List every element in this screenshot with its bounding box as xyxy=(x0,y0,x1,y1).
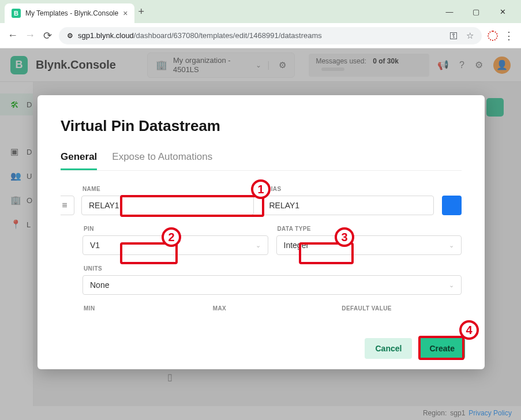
url-host: sgp1.blynk.cloud xyxy=(78,31,134,40)
url-path: /dashboard/637080/templates/edit/1468991… xyxy=(134,31,322,40)
create-button[interactable]: Create xyxy=(419,338,465,359)
max-label: MAX xyxy=(212,305,333,312)
data-type-label: DATA TYPE xyxy=(276,226,462,232)
key-icon[interactable]: ⚿ xyxy=(449,31,458,40)
new-tab-button[interactable]: + xyxy=(138,6,144,18)
datastream-modal: Virtual Pin Datastream General Expose to… xyxy=(38,95,485,369)
minimize-icon[interactable]: — xyxy=(441,7,458,16)
extension-icon[interactable] xyxy=(488,31,498,41)
favicon-icon: B xyxy=(12,9,21,18)
pin-value: V1 xyxy=(90,241,100,250)
modal-title: Virtual Pin Datastream xyxy=(61,117,462,135)
reload-icon[interactable]: ⟳ xyxy=(42,29,53,42)
modal-footer: Cancel Create xyxy=(365,338,465,359)
cancel-button[interactable]: Cancel xyxy=(365,338,412,359)
close-icon[interactable]: × xyxy=(123,9,128,18)
annotation-number-3: 3 xyxy=(335,227,354,247)
units-label: UNITS xyxy=(83,265,462,272)
chevron-down-icon: ⌄ xyxy=(449,242,454,249)
star-icon[interactable]: ☆ xyxy=(466,31,474,41)
close-window-icon[interactable]: ✕ xyxy=(494,7,511,16)
address-bar[interactable]: ⚙ sgp1.blynk.cloud/dashboard/637080/temp… xyxy=(59,27,482,44)
name-input[interactable] xyxy=(81,196,254,215)
chevron-down-icon: ⌄ xyxy=(449,282,454,289)
modal-tabs: General Expose to Automations xyxy=(61,151,462,171)
chevron-down-icon: ⌄ xyxy=(256,242,261,249)
browser-tab-strip: B My Templates - Blynk.Console × + — ▢ ✕ xyxy=(0,0,521,23)
annotation-number-2: 2 xyxy=(162,227,181,247)
tab-expose[interactable]: Expose to Automations xyxy=(112,151,212,170)
browser-toolbar: ← → ⟳ ⚙ sgp1.blynk.cloud/dashboard/63708… xyxy=(0,23,521,48)
min-label: MIN xyxy=(83,305,204,312)
forward-icon[interactable]: → xyxy=(24,29,36,42)
annotation-number-1: 1 xyxy=(251,179,271,199)
site-info-icon[interactable]: ⚙ xyxy=(67,32,73,40)
maximize-icon[interactable]: ▢ xyxy=(468,7,484,16)
alias-label: ALIAS xyxy=(262,186,434,192)
tab-general[interactable]: General xyxy=(61,151,97,170)
annotation-number-4: 4 xyxy=(459,320,479,340)
chrome-menu-icon[interactable]: ⋮ xyxy=(504,29,514,42)
units-value: None xyxy=(90,280,109,290)
icon-picker-button[interactable]: ≡ xyxy=(61,196,74,215)
default-label: DEFAULT VALUE xyxy=(340,305,462,312)
data-type-select[interactable]: Integer ⌄ xyxy=(276,235,462,255)
name-label: NAME xyxy=(81,186,254,192)
alias-input[interactable] xyxy=(262,196,434,215)
data-type-value: Integer xyxy=(284,241,309,250)
window-controls: — ▢ ✕ xyxy=(441,7,516,16)
modal-body: ≡ NAME ALIAS PIN V1 ⌄ xyxy=(61,186,462,330)
tab-title: My Templates - Blynk.Console xyxy=(25,9,118,17)
color-swatch[interactable] xyxy=(442,196,462,215)
browser-tab[interactable]: B My Templates - Blynk.Console × xyxy=(5,3,134,23)
back-icon[interactable]: ← xyxy=(7,29,18,42)
units-select[interactable]: None ⌄ xyxy=(83,275,462,295)
